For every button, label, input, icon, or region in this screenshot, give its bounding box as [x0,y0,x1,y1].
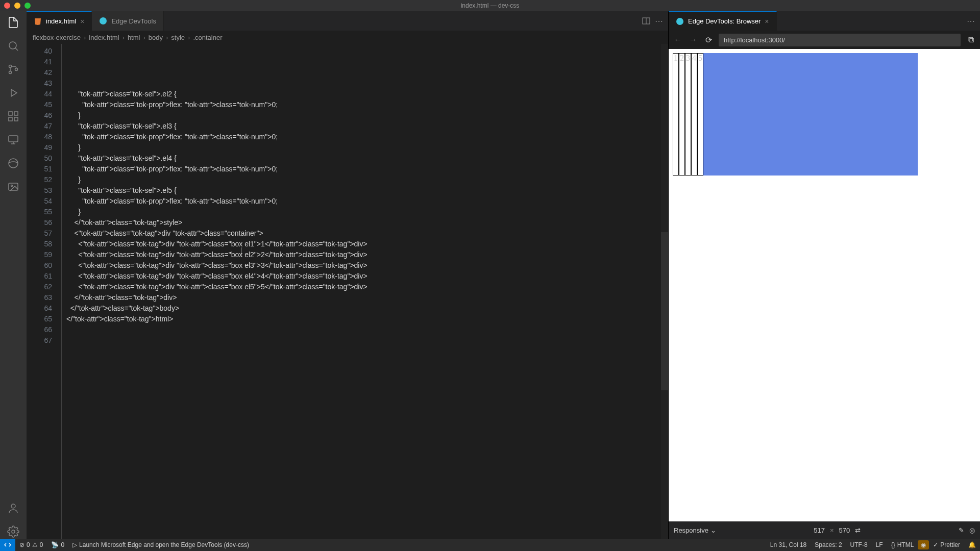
ports-indicator[interactable]: 📡0 [47,541,68,548]
problems-indicator[interactable]: ⊘0 ⚠0 [15,541,47,548]
editor-tabs: index.html × Edge DevTools ⋯ [27,11,668,31]
flex-box: 2 [679,53,685,176]
back-icon[interactable]: ← [673,35,683,44]
tool-icon[interactable]: ◎ [969,527,975,534]
play-icon: ▷ [72,541,77,548]
code-area[interactable]: "tok-attr">class="tok-sel">.el2 { "tok-a… [57,44,668,539]
svg-point-14 [100,17,107,24]
svg-rect-6 [9,117,12,121]
cursor-position[interactable]: Ln 31, Col 18 [766,540,811,549]
svg-point-9 [9,159,18,168]
html-file-icon [34,17,42,26]
extensions-icon[interactable] [6,109,20,123]
breadcrumb-item[interactable]: body [149,34,163,41]
preview-tabs: Edge DevTools: Browser × ⋯ [669,11,980,31]
cursor [241,247,241,257]
close-icon[interactable]: × [765,17,769,26]
go-live-button[interactable]: ◉ [918,540,929,549]
preview-viewport[interactable]: 1 2 3 4 5 [669,49,980,521]
breadcrumb-item[interactable]: style [171,34,185,41]
svg-point-11 [11,185,13,187]
language-mode[interactable]: {} HTML [887,540,918,549]
traffic-lights [4,3,31,9]
notifications-icon[interactable]: 🔔 [964,540,980,549]
braces-icon: {} [891,541,895,548]
breadcrumb-item[interactable]: index.html [89,34,119,41]
edge-icon [99,17,107,25]
close-window-button[interactable] [4,3,10,9]
tab-edge-browser[interactable]: Edge DevTools: Browser × [669,11,777,31]
breadcrumb-item[interactable]: html [128,34,140,41]
url-input[interactable] [719,34,961,46]
flex-box: 1 [673,53,679,176]
source-control-icon[interactable] [6,62,20,77]
tab-label: Edge DevTools: Browser [688,17,761,25]
more-actions-icon[interactable]: ⋯ [655,16,663,26]
search-icon[interactable] [6,39,20,53]
edge-icon [676,17,684,26]
tab-edge-devtools[interactable]: Edge DevTools [92,11,163,31]
fullscreen-window-button[interactable] [24,3,31,9]
flex-container: 1 2 3 4 5 [673,53,918,176]
flex-box: 3 [685,53,691,176]
editor-column: index.html × Edge DevTools ⋯ flexbox-exe… [27,11,669,539]
device-selector[interactable]: Responsive ⌄ [674,527,716,534]
editor-body[interactable]: 4041424344454647484950515253545556575859… [27,44,668,539]
edge-tools-icon[interactable] [6,156,20,170]
prettier-indicator[interactable]: ✓ Prettier [929,540,964,549]
svg-point-3 [15,68,18,71]
svg-point-0 [9,42,16,49]
close-icon[interactable]: × [80,17,84,26]
more-actions-icon[interactable]: ⋯ [967,16,975,26]
svg-rect-7 [14,117,18,121]
main-area: index.html × Edge DevTools ⋯ flexbox-exe… [0,11,980,539]
svg-point-1 [9,65,12,68]
reload-icon[interactable]: ⟳ [703,35,714,45]
viewport-width[interactable]: 517 [814,527,825,534]
check-icon: ✓ [933,541,938,548]
svg-rect-4 [9,112,12,115]
window-title: index.html — dev-css [461,2,520,9]
line-gutter: 4041424344454647484950515253545556575859… [27,44,57,539]
breadcrumb-item[interactable]: flexbox-exercise [33,34,81,41]
encoding-indicator[interactable]: UTF-8 [846,540,872,549]
svg-rect-5 [14,112,18,115]
preview-column: Edge DevTools: Browser × ⋯ ← → ⟳ ⧉ 1 2 3… [669,11,980,539]
account-icon[interactable] [6,501,20,515]
breadcrumb-item[interactable]: .container [193,34,222,41]
explorer-icon[interactable] [6,15,20,30]
warning-icon: ⚠ [32,541,38,548]
remote-explorer-icon[interactable] [6,133,20,147]
image-icon[interactable] [6,180,20,194]
broadcast-icon: 📡 [51,541,59,548]
inspect-icon[interactable]: ⧉ [966,35,976,44]
split-editor-icon[interactable] [642,16,651,26]
settings-gear-icon[interactable] [6,524,20,539]
tool-icon[interactable]: ✎ [959,527,964,534]
run-debug-icon[interactable] [6,86,20,100]
status-bar: ⊘0 ⚠0 📡0 ▷Launch Microsoft Edge and open… [0,539,980,551]
titlebar: index.html — dev-css [0,0,980,11]
browser-toolbar: ← → ⟳ ⧉ [669,31,980,49]
rotate-icon[interactable]: ⇄ [855,527,861,534]
breadcrumb[interactable]: flexbox-exercise› index.html› html› body… [27,31,668,44]
tab-index-html[interactable]: index.html × [27,11,92,31]
svg-point-12 [11,504,15,508]
minimap[interactable] [661,44,668,539]
activity-bar [0,11,27,539]
minimize-window-button[interactable] [14,3,20,9]
viewport-height[interactable]: 570 [839,527,850,534]
tab-label: Edge DevTools [111,17,156,25]
tab-label: index.html [46,17,76,25]
eol-indicator[interactable]: LF [872,540,887,549]
indent-indicator[interactable]: Spaces: 2 [811,540,846,549]
remote-indicator[interactable] [0,539,15,551]
launch-edge-button[interactable]: ▷Launch Microsoft Edge and open the Edge… [68,541,253,548]
svg-rect-8 [9,136,18,142]
chevron-down-icon: ⌄ [710,527,716,534]
flex-box: 5 [697,53,703,176]
forward-icon[interactable]: → [688,35,698,44]
svg-point-16 [676,18,683,25]
device-toolbar: Responsive ⌄ 517 × 570 ⇄ ✎ ◎ [669,521,980,539]
svg-point-2 [9,71,12,74]
